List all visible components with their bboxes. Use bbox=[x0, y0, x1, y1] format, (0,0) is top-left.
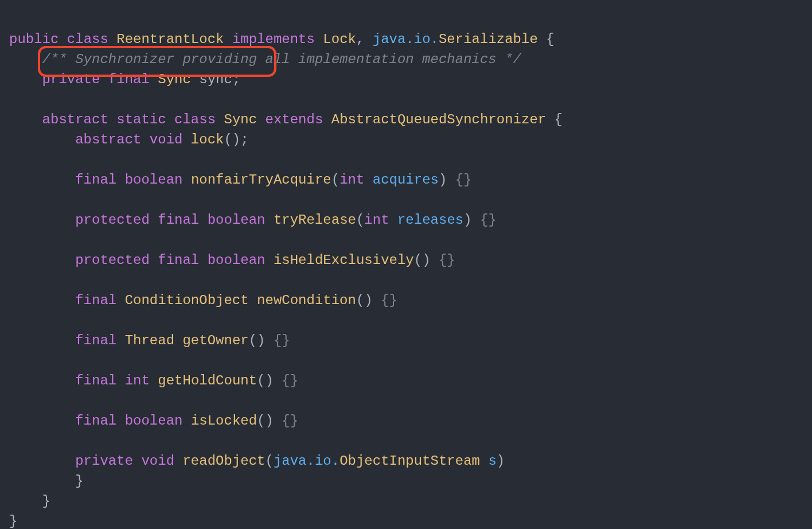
kw-class: class bbox=[67, 32, 108, 47]
brace-close: } bbox=[42, 493, 50, 509]
kw-final: final bbox=[75, 172, 116, 188]
method-isheldexclusively: isHeldExclusively bbox=[274, 252, 414, 268]
kw-final: final bbox=[158, 252, 199, 268]
type-serializable: Serializable bbox=[439, 32, 538, 47]
kw-int: int bbox=[364, 212, 389, 228]
method-tryrelease: tryRelease bbox=[274, 212, 356, 228]
type-lock: Lock bbox=[323, 32, 356, 47]
kw-final: final bbox=[75, 293, 116, 308]
paren-close: ) bbox=[463, 212, 471, 228]
method-getholdcount: getHoldCount bbox=[158, 373, 257, 388]
kw-final: final bbox=[75, 413, 116, 429]
parens: () bbox=[356, 293, 373, 308]
paren-open: ( bbox=[331, 172, 339, 188]
kw-abstract: abstract bbox=[75, 132, 141, 147]
kw-private: private bbox=[75, 453, 133, 469]
kw-int: int bbox=[125, 373, 150, 388]
kw-public: public bbox=[9, 32, 58, 47]
type-thread: Thread bbox=[125, 333, 174, 348]
kw-boolean: boolean bbox=[208, 252, 266, 268]
kw-void: void bbox=[150, 132, 183, 147]
kw-class: class bbox=[174, 112, 216, 127]
kw-final: final bbox=[75, 333, 116, 348]
paren-open: ( bbox=[266, 453, 274, 469]
paren-close: ) bbox=[439, 172, 447, 188]
kw-abstract: abstract bbox=[42, 112, 108, 127]
kw-protected: protected bbox=[75, 252, 150, 268]
brace-open: { bbox=[546, 32, 554, 47]
param-releases: releases bbox=[397, 212, 463, 228]
parens: () bbox=[257, 373, 274, 388]
empty-body: {} bbox=[455, 172, 472, 188]
pkg-java-io: java.io. bbox=[373, 32, 439, 47]
empty-body: {} bbox=[480, 212, 497, 228]
type-sync: Sync bbox=[158, 72, 191, 87]
empty-body: {} bbox=[274, 333, 290, 348]
empty-body: {} bbox=[282, 413, 298, 429]
param-acquires: acquires bbox=[373, 172, 439, 188]
type-aqs: AbstractQueuedSynchronizer bbox=[331, 112, 546, 127]
kw-protected: protected bbox=[75, 212, 150, 228]
brace-open: { bbox=[555, 112, 563, 127]
code-block: public class ReentrantLock implements Lo… bbox=[0, 0, 812, 529]
pkg-java-io: java.io. bbox=[274, 453, 339, 469]
kw-void: void bbox=[141, 453, 174, 469]
type-sync: Sync bbox=[224, 112, 257, 127]
empty-body: {} bbox=[439, 252, 455, 268]
brace-close: } bbox=[9, 514, 17, 529]
semi: ; bbox=[232, 72, 240, 87]
method-newcondition: newCondition bbox=[257, 293, 356, 308]
kw-static: static bbox=[116, 112, 166, 127]
kw-extends: extends bbox=[266, 112, 323, 127]
param-s: s bbox=[488, 453, 496, 469]
kw-implements: implements bbox=[232, 32, 315, 47]
empty-body: {} bbox=[282, 373, 298, 388]
kw-final: final bbox=[108, 72, 150, 87]
kw-private: private bbox=[42, 72, 100, 87]
brace-close: } bbox=[75, 473, 83, 489]
method-islocked: isLocked bbox=[191, 413, 257, 429]
kw-final: final bbox=[158, 212, 199, 228]
paren-close: ) bbox=[497, 453, 505, 469]
kw-boolean: boolean bbox=[208, 212, 266, 228]
parens: () bbox=[414, 252, 431, 268]
parens: () bbox=[257, 413, 274, 429]
kw-boolean: boolean bbox=[125, 172, 183, 188]
type-objectinputstream: ObjectInputStream bbox=[339, 453, 480, 469]
type-reentrantlock: ReentrantLock bbox=[116, 32, 224, 47]
parens: (); bbox=[224, 132, 248, 147]
method-nonfairtryacquire: nonfairTryAcquire bbox=[191, 172, 331, 188]
type-conditionobject: ConditionObject bbox=[125, 293, 249, 308]
method-readobject: readObject bbox=[182, 453, 265, 469]
kw-final: final bbox=[75, 373, 116, 388]
method-getowner: getOwner bbox=[182, 333, 248, 348]
var-sync: sync bbox=[199, 72, 232, 87]
kw-int: int bbox=[339, 172, 364, 188]
paren-open: ( bbox=[356, 212, 364, 228]
empty-body: {} bbox=[381, 293, 397, 308]
parens: () bbox=[249, 333, 266, 348]
comma: , bbox=[356, 32, 364, 47]
comment-sync: /** Synchronizer providing all implement… bbox=[42, 52, 521, 67]
method-lock: lock bbox=[191, 132, 224, 147]
kw-boolean: boolean bbox=[125, 413, 183, 429]
